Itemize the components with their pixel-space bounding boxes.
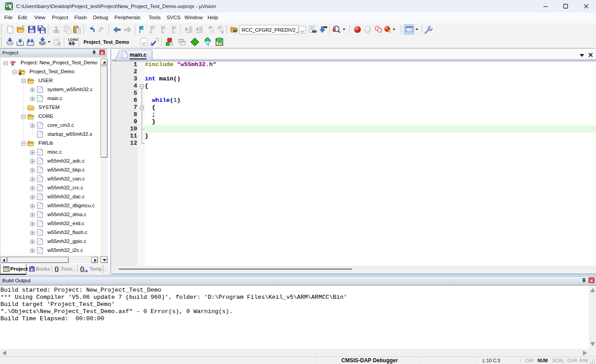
svg-text:5: 5	[10, 7, 12, 10]
svg-text:?: ?	[31, 268, 34, 272]
